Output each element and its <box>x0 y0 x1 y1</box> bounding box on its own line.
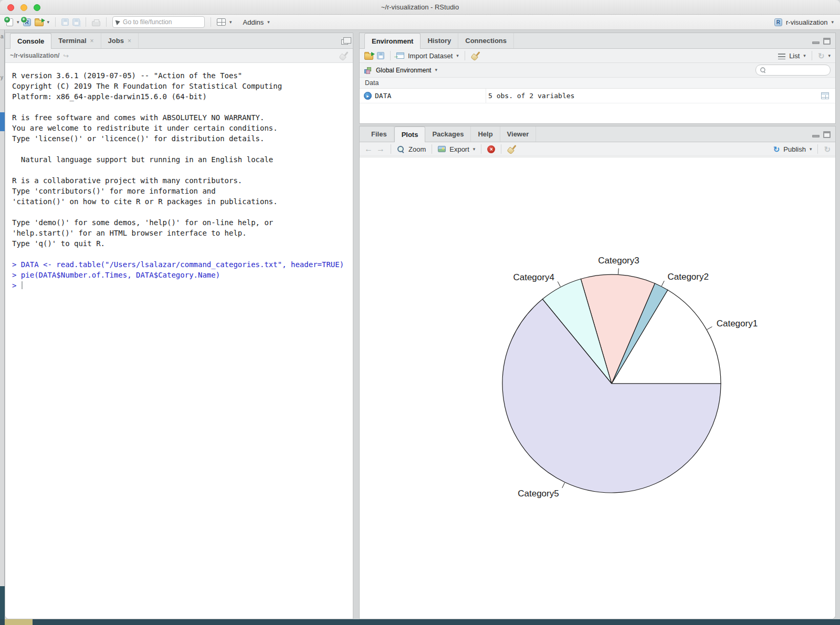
environment-search-input[interactable] <box>768 67 827 74</box>
tab-jobs[interactable]: Jobs × <box>101 33 139 48</box>
list-view-button[interactable]: List <box>789 52 800 60</box>
search-icon <box>760 67 765 73</box>
tab-viewer[interactable]: Viewer <box>500 126 537 142</box>
publish-caret-icon[interactable]: ▾ <box>810 147 812 152</box>
scope-caret-icon[interactable]: ▾ <box>435 68 437 72</box>
clear-all-plots-icon[interactable] <box>507 145 516 153</box>
save-all-icon[interactable] <box>72 18 80 26</box>
export-caret-icon[interactable]: ▾ <box>473 147 476 152</box>
pie-label-Category5: Category5 <box>518 489 559 499</box>
environment-cube-icon <box>364 66 372 74</box>
maximize-pane-icon[interactable] <box>823 131 831 138</box>
console-line: Copyright (C) 2019 The R Foundation for … <box>12 81 353 91</box>
goto-file-box[interactable] <box>112 16 205 28</box>
maximize-pane-icon[interactable] <box>341 39 348 45</box>
new-file-caret-icon[interactable]: ▾ <box>17 20 19 25</box>
object-name: DATA <box>375 92 391 100</box>
previous-plot-icon[interactable]: ← <box>364 145 373 153</box>
console-line: Natural language support but running in … <box>12 154 353 165</box>
tab-console[interactable]: Console <box>10 33 51 49</box>
pie-label-Category3: Category3 <box>598 256 639 266</box>
clear-console-icon[interactable] <box>339 51 348 60</box>
goto-file-input[interactable] <box>123 18 201 26</box>
import-dataset-icon[interactable] <box>396 52 404 59</box>
tab-connections[interactable]: Connections <box>458 33 514 48</box>
list-view-icon[interactable] <box>778 54 785 59</box>
refresh-caret-icon[interactable]: ▾ <box>828 54 831 58</box>
new-project-icon[interactable]: R <box>23 18 31 26</box>
project-caret-icon[interactable]: ▾ <box>831 20 834 25</box>
plots-tabstrip: Files Plots Packages Help Viewer <box>360 126 835 142</box>
close-tab-icon[interactable]: × <box>90 37 94 45</box>
tab-help[interactable]: Help <box>471 126 500 142</box>
goto-directory-icon[interactable]: ↪ <box>63 52 69 59</box>
console-line: Type 'license()' or 'licence()' for dist… <box>12 133 353 144</box>
pie-chart: Category1Category2Category3Category4Cate… <box>360 157 835 620</box>
addins-menu[interactable]: Addins <box>243 18 264 26</box>
pane-layout-icon[interactable] <box>217 18 226 26</box>
toolbar-separator <box>211 17 211 27</box>
background-text-fragment: y <box>1 75 3 80</box>
console-line: R is a collaborative project with many c… <box>12 175 353 186</box>
refresh-plot-icon[interactable]: ↻ <box>824 145 831 153</box>
toolbar-separator <box>812 51 812 60</box>
import-dataset-caret-icon[interactable]: ▾ <box>456 54 459 58</box>
load-workspace-icon[interactable] <box>364 54 373 60</box>
open-file-caret-icon[interactable]: ▾ <box>47 20 50 25</box>
environment-tabstrip: Environment History Connections <box>360 33 835 49</box>
open-file-icon[interactable] <box>35 20 44 26</box>
tab-files-label: Files <box>371 130 387 138</box>
plot-display-area: Category1Category2Category3Category4Cate… <box>360 157 835 619</box>
environment-scope-bar: Global Environment ▾ <box>360 63 835 77</box>
plots-toolbar: ← → Zoom Export ▾ × ↻ Publish ▾ ↻ <box>360 142 835 156</box>
toolbar-separator <box>817 144 818 154</box>
object-summary: 5 obs. of 2 variables <box>486 92 821 100</box>
environment-toolbar: Import Dataset ▾ List ▾ ↻ ▾ <box>360 49 835 63</box>
tab-terminal-label: Terminal <box>58 37 86 45</box>
tab-files[interactable]: Files <box>364 126 394 142</box>
clear-objects-icon[interactable] <box>471 51 480 60</box>
scope-selector[interactable]: Global Environment <box>376 67 431 74</box>
view-data-table-icon[interactable] <box>821 92 829 99</box>
addins-caret-icon[interactable]: ▾ <box>267 20 270 25</box>
zoom-plot-icon[interactable] <box>397 145 405 153</box>
tab-environment[interactable]: Environment <box>364 33 421 49</box>
remove-plot-icon[interactable]: × <box>487 145 495 153</box>
export-plot-button[interactable]: Export <box>449 145 469 153</box>
minimize-pane-icon[interactable] <box>812 41 820 44</box>
console-line: > DATA <- read.table("/Users/lsalazar/co… <box>12 259 353 270</box>
environment-search-box[interactable] <box>755 65 831 76</box>
new-file-icon[interactable] <box>6 18 13 26</box>
console-output[interactable]: R version 3.6.1 (2019-07-05) -- "Action … <box>5 63 353 619</box>
environment-object-row[interactable]: ▸ DATA 5 obs. of 2 variables <box>360 89 835 103</box>
next-plot-icon[interactable]: → <box>376 145 385 153</box>
print-icon[interactable] <box>92 21 100 26</box>
pie-label-tick <box>662 281 664 286</box>
tab-history[interactable]: History <box>421 33 458 48</box>
save-workspace-icon[interactable] <box>377 52 384 59</box>
tab-terminal[interactable]: Terminal × <box>51 33 101 48</box>
list-view-caret-icon[interactable]: ▾ <box>803 54 806 58</box>
tab-console-label: Console <box>17 37 44 45</box>
toolbar-separator <box>481 144 481 154</box>
console-header: ~/r-visualization/ ↪ <box>5 49 353 63</box>
import-dataset-button[interactable]: Import Dataset <box>408 52 453 60</box>
pane-layout-caret-icon[interactable]: ▾ <box>229 20 232 25</box>
refresh-environment-icon[interactable]: ↻ <box>818 52 825 60</box>
toolbar-separator <box>432 144 432 154</box>
zoom-plot-button[interactable]: Zoom <box>408 145 426 153</box>
publish-button[interactable]: Publish <box>783 145 806 153</box>
close-tab-icon[interactable]: × <box>128 37 131 45</box>
tab-plots[interactable]: Plots <box>394 126 426 142</box>
publish-icon[interactable]: ↻ <box>773 145 780 153</box>
maximize-pane-icon[interactable] <box>823 38 831 45</box>
expand-object-icon[interactable]: ▸ <box>364 92 372 100</box>
tab-packages[interactable]: Packages <box>425 126 471 142</box>
tab-connections-label: Connections <box>465 37 507 45</box>
project-menu[interactable]: r-visualization <box>786 18 827 26</box>
save-icon[interactable] <box>61 18 69 26</box>
project-icon: R <box>774 18 782 26</box>
desktop-fragment <box>5 619 33 625</box>
minimize-pane-icon[interactable] <box>812 135 820 137</box>
export-plot-icon[interactable] <box>438 146 446 152</box>
